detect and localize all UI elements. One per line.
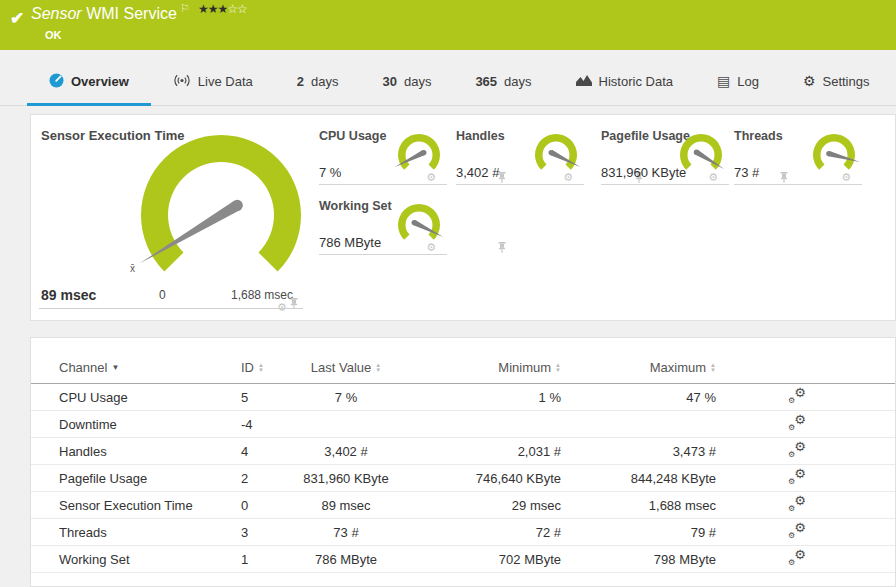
gauge-icon (49, 73, 64, 91)
cell-id: 2 (241, 471, 271, 486)
favorite-flag-icon[interactable]: ⚐ (180, 2, 190, 15)
gauge-gear-icon[interactable]: ⚙ (426, 172, 436, 183)
cell-minimum: 746,640 KByte (421, 471, 561, 486)
cell-maximum: 844,248 KByte (561, 471, 726, 486)
cell-minimum: 702 MByte (421, 552, 561, 567)
gauge-title: Handles (456, 129, 505, 143)
tab-historic-data[interactable]: Historic Data (554, 58, 695, 105)
tab-label: Live Data (198, 74, 253, 89)
channels-table-panel: Channel▼ID▲▼Last Value▲▼Minimum▲▼Maximum… (30, 337, 896, 587)
status-badge: OK (45, 29, 62, 41)
channel-settings-icon[interactable]: ⚙⚙ (788, 388, 806, 404)
column-label: Maximum (650, 360, 706, 375)
cell-id: 3 (241, 525, 271, 540)
tab-number: 365 (475, 74, 497, 89)
channel-settings-icon[interactable]: ⚙⚙ (788, 496, 806, 512)
sensor-kind-label: Sensor (31, 5, 82, 22)
cell-last-value: 89 msec (271, 498, 421, 513)
tab-365-days[interactable]: 365days (453, 58, 553, 105)
cell-maximum: 79 # (561, 525, 726, 540)
priority-star-filled-icon[interactable]: ★ (208, 2, 218, 16)
gauge-value: 831,960 KByte (601, 165, 686, 180)
handles-gauge-cell: Handles 3,402 # ⚙ (456, 129, 584, 185)
sensor-execution-time-gauge: x̄ (111, 131, 331, 305)
channel-settings-icon[interactable]: ⚙⚙ (788, 442, 806, 458)
main-gauge-divider (39, 308, 303, 309)
cell-channel: Handles (59, 444, 241, 459)
cell-last-value: 73 # (271, 525, 421, 540)
sort-icon: ▲▼ (710, 363, 716, 373)
cell-maximum: 47 % (561, 390, 726, 405)
priority-stars[interactable]: ★★★☆☆ (198, 2, 247, 16)
cell-channel: Pagefile Usage (59, 471, 241, 486)
table-row-sensor-execution-time: Sensor Execution Time 0 89 msec 29 msec … (31, 492, 895, 519)
cpu-usage-gauge-cell: CPU Usage 7 % ⚙ (319, 129, 447, 185)
sensor-name: WMI Service (86, 5, 177, 22)
cell-minimum: 2,031 # (421, 444, 561, 459)
column-header-maximum[interactable]: Maximum▲▼ (561, 360, 726, 375)
pagefile-usage-gauge-cell: Pagefile Usage 831,960 KByte ⚙ (601, 129, 729, 185)
cell-id: 0 (241, 498, 271, 513)
tab-number: 2 (297, 74, 304, 89)
tab-overview[interactable]: Overview (27, 58, 151, 105)
gauge-gear-icon[interactable]: ⚙ (563, 172, 573, 183)
gauge-value: 3,402 # (456, 165, 499, 180)
tab-2-days[interactable]: 2days (275, 58, 361, 105)
cell-minimum: 29 msec (421, 498, 561, 513)
gauges-panel: Sensor Execution Time x̄ 89 msec 0 1,688… (30, 114, 896, 321)
gauge-title: CPU Usage (319, 129, 386, 143)
gauge-gear-icon[interactable]: ⚙ (426, 242, 436, 253)
table-row-handles: Handles 4 3,402 # 2,031 # 3,473 # ⚙⚙ (31, 438, 895, 465)
priority-star-empty-icon[interactable]: ☆ (237, 2, 247, 16)
cell-minimum: 72 # (421, 525, 561, 540)
channel-settings-icon[interactable]: ⚙⚙ (788, 469, 806, 485)
live-data-icon (173, 74, 191, 90)
priority-star-filled-icon[interactable]: ★ (198, 2, 208, 16)
table-row-pagefile-usage: Pagefile Usage 2 831,960 KByte 746,640 K… (31, 465, 895, 492)
priority-star-filled-icon[interactable]: ★ (218, 2, 228, 16)
gauge-title: Working Set (319, 199, 392, 213)
cell-id: -4 (241, 417, 271, 432)
column-header-last-value[interactable]: Last Value▲▼ (271, 360, 421, 375)
table-row-cpu-usage: CPU Usage 5 7 % 1 % 47 % ⚙⚙ (31, 384, 895, 411)
main-gauge-value: 89 msec (41, 287, 96, 303)
column-label: Channel (59, 360, 107, 375)
column-header-minimum[interactable]: Minimum▲▼ (421, 360, 561, 375)
cell-id: 4 (241, 444, 271, 459)
tab-label: Log (737, 74, 759, 89)
channel-settings-icon[interactable]: ⚙⚙ (788, 523, 806, 539)
channel-settings-icon[interactable]: ⚙⚙ (788, 550, 806, 566)
sort-icon: ▲▼ (375, 363, 381, 373)
page-title: Sensor WMI Service (31, 5, 177, 23)
tab-label: days (311, 74, 338, 89)
gauge-pin-icon[interactable] (290, 295, 298, 313)
status-ok-check-icon: ✔ (10, 8, 24, 29)
gauge-gear-icon[interactable]: ⚙ (841, 172, 851, 183)
table-row-threads: Threads 3 73 # 72 # 79 # ⚙⚙ (31, 519, 895, 546)
historic-data-icon (576, 74, 592, 89)
tab-label: Historic Data (599, 74, 673, 89)
sort-icon: ▲▼ (258, 363, 264, 373)
main-gauge-actions: ⚙ (277, 295, 298, 313)
tab-log[interactable]: ▤Log (695, 58, 781, 105)
tab-live-data[interactable]: Live Data (151, 58, 275, 105)
gauge-value: 7 % (319, 165, 341, 180)
cell-last-value: 786 MByte (271, 552, 421, 567)
tab-settings[interactable]: ⚙Settings (781, 58, 892, 105)
tab-30-days[interactable]: 30days (360, 58, 453, 105)
column-header-id[interactable]: ID▲▼ (241, 360, 271, 375)
tab-label: days (504, 74, 531, 89)
cell-channel: Sensor Execution Time (59, 498, 241, 513)
tab-label: Settings (822, 74, 869, 89)
average-marker: x̄ (130, 263, 135, 274)
cell-id: 5 (241, 390, 271, 405)
column-header-channel[interactable]: Channel▼ (59, 360, 241, 375)
settings-icon: ⚙ (803, 74, 816, 89)
gauge-gear-icon[interactable]: ⚙ (708, 172, 718, 183)
channel-settings-icon[interactable]: ⚙⚙ (788, 415, 806, 431)
threads-gauge-cell: Threads 73 # ⚙ (734, 129, 862, 185)
priority-star-empty-icon[interactable]: ☆ (227, 2, 237, 16)
log-icon: ▤ (717, 74, 730, 89)
table-row-downtime: Downtime -4 ⚙⚙ (31, 411, 895, 438)
cell-maximum: 1,688 msec (561, 498, 726, 513)
